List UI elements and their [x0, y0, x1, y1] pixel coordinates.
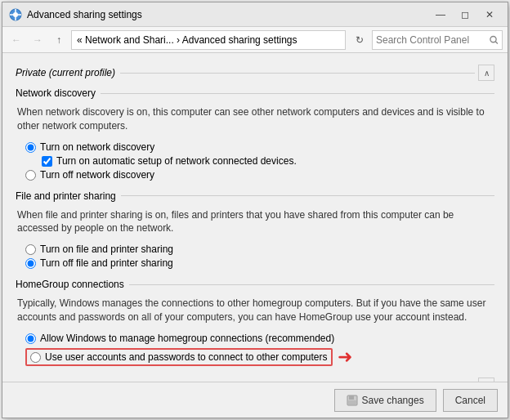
cancel-button[interactable]: Cancel: [443, 389, 498, 412]
close-button[interactable]: ✕: [478, 6, 501, 24]
hg-user-radio[interactable]: [30, 352, 41, 363]
homegroup-desc: Typically, Windows manages the connectio…: [16, 297, 494, 324]
hg-line: [129, 284, 494, 285]
cancel-label: Cancel: [455, 395, 485, 406]
file-printer-title: File and printer sharing: [16, 190, 121, 202]
save-icon: [347, 395, 358, 406]
main-window: Advanced sharing settings — ◻ ✕ ← → ↑ « …: [2, 2, 508, 418]
nd-on-radio[interactable]: [25, 142, 36, 153]
search-bar: [372, 30, 503, 50]
network-discovery-header: Network discovery: [16, 87, 494, 99]
network-discovery-title: Network discovery: [16, 87, 101, 99]
nd-on-label: Turn on network discovery: [40, 141, 154, 153]
title-bar: Advanced sharing settings — ◻ ✕: [2, 2, 508, 27]
svg-line-5: [495, 41, 498, 43]
hg-win-radio[interactable]: [25, 333, 36, 344]
search-input[interactable]: [376, 34, 486, 46]
nd-auto-checkbox[interactable]: [42, 156, 52, 167]
nd-on-option[interactable]: Turn on network discovery: [25, 141, 494, 153]
svg-point-4: [490, 36, 496, 42]
private-section-title: Private (current profile): [16, 67, 120, 78]
homegroup-options: Allow Windows to manage homegroup connec…: [16, 333, 494, 368]
fp-off-option[interactable]: Turn off file and printer sharing: [25, 257, 494, 269]
nd-off-label: Turn off network discovery: [40, 169, 154, 181]
footer-bar: Save changes Cancel: [2, 382, 508, 418]
window-title: Advanced sharing settings: [27, 9, 429, 20]
forward-button[interactable]: →: [29, 31, 47, 49]
fp-line: [121, 195, 494, 196]
fp-on-label: Turn on file and printer sharing: [40, 244, 173, 255]
back-button[interactable]: ←: [7, 31, 25, 49]
hg-user-option[interactable]: Use user accounts and passwords to conne…: [25, 348, 333, 366]
maximize-button[interactable]: ◻: [454, 6, 476, 24]
file-printer-options: Turn on file and printer sharing Turn of…: [16, 244, 494, 269]
nd-auto-label: Turn on automatic setup of network conne…: [56, 155, 297, 167]
window-icon: [9, 8, 22, 21]
window-controls: — ◻ ✕: [429, 6, 501, 24]
fp-off-label: Turn off file and printer sharing: [40, 257, 173, 269]
breadcrumb-text: « Network and Shari... › Advanced sharin…: [77, 34, 297, 46]
minimize-button[interactable]: —: [429, 6, 452, 24]
nd-line: [101, 93, 494, 94]
homegroup-section: HomeGroup connections Typically, Windows…: [16, 279, 494, 368]
save-changes-button[interactable]: Save changes: [334, 389, 436, 412]
save-label: Save changes: [362, 395, 424, 406]
address-bar: ← → ↑ « Network and Shari... › Advanced …: [2, 27, 508, 53]
network-discovery-options: Turn on network discovery Turn on automa…: [16, 141, 494, 181]
network-discovery-desc: When network discovery is on, this compu…: [16, 105, 494, 133]
content-area: Private (current profile) ∧ Network disc…: [2, 53, 508, 418]
red-arrow-icon: ➜: [338, 346, 352, 368]
search-icon: [490, 35, 499, 45]
nd-off-radio[interactable]: [25, 170, 36, 181]
hg-win-option[interactable]: Allow Windows to manage homegroup connec…: [25, 333, 494, 344]
private-section-header: Private (current profile) ∧: [16, 65, 494, 81]
nd-auto-option[interactable]: Turn on automatic setup of network conne…: [25, 155, 494, 167]
homegroup-header: HomeGroup connections: [16, 279, 494, 290]
hg-user-label: Use user accounts and passwords to conne…: [45, 351, 328, 363]
file-printer-desc: When file and printer sharing is on, fil…: [16, 208, 494, 236]
svg-rect-8: [348, 400, 356, 404]
fp-on-option[interactable]: Turn on file and printer sharing: [25, 244, 494, 255]
refresh-button[interactable]: ↻: [351, 31, 369, 49]
fp-off-radio[interactable]: [25, 258, 36, 269]
private-collapse-button[interactable]: ∧: [478, 65, 494, 81]
file-printer-header: File and printer sharing: [16, 190, 494, 202]
file-printer-section: File and printer sharing When file and p…: [16, 190, 494, 270]
network-discovery-section: Network discovery When network discovery…: [16, 87, 494, 181]
hg-win-label: Allow Windows to manage homegroup connec…: [40, 333, 334, 344]
scroll-area: Private (current profile) ∧ Network disc…: [2, 53, 508, 382]
fp-on-radio[interactable]: [25, 244, 36, 255]
homegroup-title: HomeGroup connections: [16, 279, 129, 290]
nd-off-option[interactable]: Turn off network discovery: [25, 169, 494, 181]
svg-rect-7: [349, 395, 354, 400]
private-section-line: [120, 73, 475, 74]
up-button[interactable]: ↑: [50, 31, 68, 49]
breadcrumb[interactable]: « Network and Shari... › Advanced sharin…: [71, 30, 346, 50]
